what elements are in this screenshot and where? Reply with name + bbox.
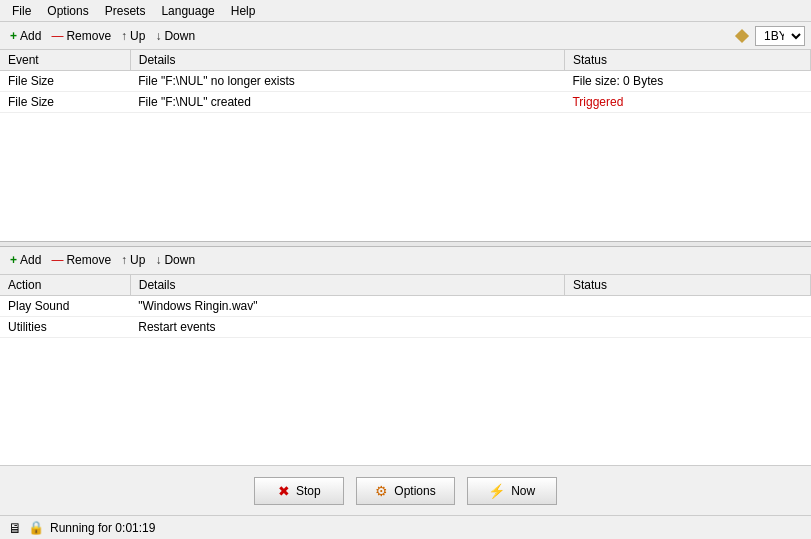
action-status-cell [564, 316, 810, 337]
top-up-label: Up [130, 29, 145, 43]
top-up-button[interactable]: Up [117, 27, 149, 45]
bottom-up-button[interactable]: Up [117, 251, 149, 269]
table-row[interactable]: UtilitiesRestart events [0, 316, 811, 337]
top-down-label: Down [164, 29, 195, 43]
top-add-label: Add [20, 29, 41, 43]
bottom-up-icon [121, 253, 127, 267]
col-header-action-details: Details [130, 275, 564, 296]
options-icon: ⚙ [375, 483, 388, 499]
bottom-table-container: Action Details Status Play Sound"Windows… [0, 275, 811, 466]
panels-wrapper: Add Remove Up Down 1BY1 [0, 22, 811, 465]
menu-file[interactable]: File [4, 2, 39, 20]
status-cell: Triggered [564, 92, 810, 113]
col-header-details: Details [130, 50, 564, 71]
bottom-panel: Add Remove Up Down Action Details [0, 247, 811, 466]
col-header-action-status: Status [564, 275, 810, 296]
running-status: Running for 0:01:19 [50, 521, 155, 535]
top-remove-button[interactable]: Remove [47, 27, 115, 45]
options-button[interactable]: ⚙ Options [356, 477, 454, 505]
bottom-remove-button[interactable]: Remove [47, 251, 115, 269]
add-icon [10, 29, 17, 43]
top-down-button[interactable]: Down [151, 27, 199, 45]
menubar: File Options Presets Language Help [0, 0, 811, 22]
status-cell: File size: 0 Bytes [564, 71, 810, 92]
menu-help[interactable]: Help [223, 2, 264, 20]
now-icon: ⚡ [488, 483, 505, 499]
action-status-cell [564, 295, 810, 316]
top-add-button[interactable]: Add [6, 27, 45, 45]
table-row[interactable]: File SizeFile "F:\NUL" createdTriggered [0, 92, 811, 113]
action-cell: Play Sound [0, 295, 130, 316]
bottom-remove-icon [51, 253, 63, 267]
top-toolbar: Add Remove Up Down 1BY1 [0, 22, 811, 50]
lock-icon: 🔒 [28, 520, 44, 535]
bottom-down-button[interactable]: Down [151, 251, 199, 269]
toolbar-right: 1BY1 [737, 26, 805, 46]
stop-label: Stop [296, 484, 321, 498]
options-label: Options [394, 484, 435, 498]
col-header-status: Status [564, 50, 810, 71]
top-remove-label: Remove [66, 29, 111, 43]
remove-icon [51, 29, 63, 43]
details-cell: File "F:\NUL" no longer exists [130, 71, 564, 92]
event-cell: File Size [0, 92, 130, 113]
bottom-down-label: Down [164, 253, 195, 267]
col-header-action: Action [0, 275, 130, 296]
table-row[interactable]: File SizeFile "F:\NUL" no longer existsF… [0, 71, 811, 92]
bottom-up-label: Up [130, 253, 145, 267]
action-details-cell: Restart events [130, 316, 564, 337]
top-events-table: Event Details Status File SizeFile "F:\N… [0, 50, 811, 113]
col-header-event: Event [0, 50, 130, 71]
down-icon [155, 29, 161, 43]
up-icon [121, 29, 127, 43]
table-row[interactable]: Play Sound"Windows Ringin.wav" [0, 295, 811, 316]
now-button[interactable]: ⚡ Now [467, 477, 557, 505]
stop-button[interactable]: ✖ Stop [254, 477, 344, 505]
bottom-actions-table: Action Details Status Play Sound"Windows… [0, 275, 811, 338]
button-bar: ✖ Stop ⚙ Options ⚡ Now [0, 465, 811, 515]
action-cell: Utilities [0, 316, 130, 337]
menu-presets[interactable]: Presets [97, 2, 154, 20]
bottom-add-button[interactable]: Add [6, 251, 45, 269]
bottom-toolbar: Add Remove Up Down [0, 247, 811, 275]
stop-icon: ✖ [278, 483, 290, 499]
status-bar: 🖥 🔒 Running for 0:01:19 [0, 515, 811, 539]
event-cell: File Size [0, 71, 130, 92]
bottom-add-icon [10, 253, 17, 267]
now-label: Now [511, 484, 535, 498]
profile-dropdown[interactable]: 1BY1 [755, 26, 805, 46]
menu-options[interactable]: Options [39, 2, 96, 20]
monitor-icon: 🖥 [8, 520, 22, 536]
top-table-container: Event Details Status File SizeFile "F:\N… [0, 50, 811, 241]
action-details-cell: "Windows Ringin.wav" [130, 295, 564, 316]
details-cell: File "F:\NUL" created [130, 92, 564, 113]
diamond-icon [735, 28, 749, 42]
bottom-remove-label: Remove [66, 253, 111, 267]
menu-language[interactable]: Language [153, 2, 222, 20]
bottom-add-label: Add [20, 253, 41, 267]
top-panel: Add Remove Up Down 1BY1 [0, 22, 811, 241]
bottom-down-icon [155, 253, 161, 267]
